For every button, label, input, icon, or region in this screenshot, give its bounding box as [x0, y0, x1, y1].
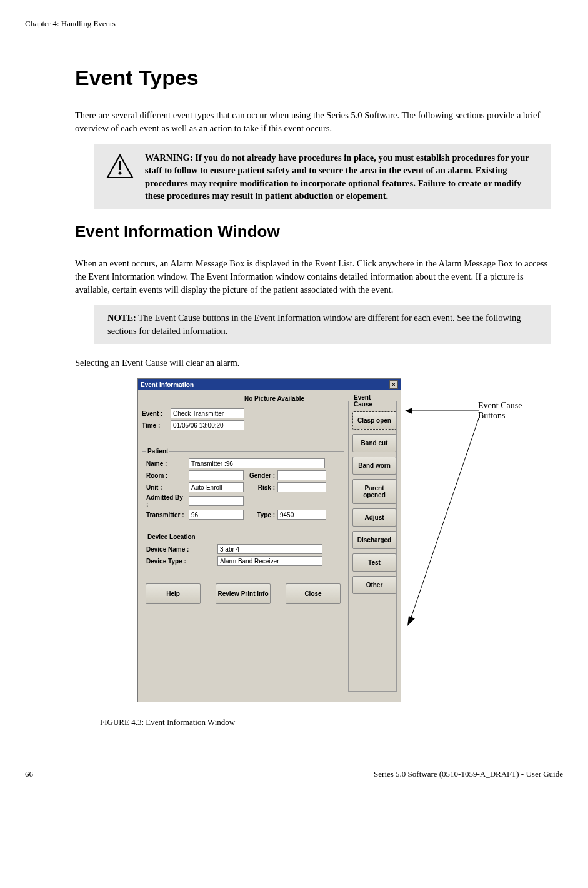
dialog-titlebar: Event Information ×: [138, 379, 401, 390]
chapter-header: Chapter 4: Handling Events: [25, 19, 563, 29]
time-label: Time :: [142, 422, 168, 429]
cause-test-button[interactable]: Test: [352, 553, 396, 572]
transmitter-field: 96: [189, 510, 244, 520]
footer-doc-title: Series 5.0 Software (0510-1059-A_DRAFT) …: [374, 769, 563, 779]
event-cause-legend: Event Cause: [352, 394, 392, 408]
svg-marker-4: [405, 408, 412, 414]
heading-event-info-window: Event Information Window: [75, 222, 551, 241]
risk-field: [277, 482, 326, 492]
event-field: Check Transmitter: [171, 408, 244, 418]
close-icon[interactable]: ×: [389, 380, 398, 389]
help-button[interactable]: Help: [146, 583, 201, 604]
room-label: Room :: [146, 472, 186, 479]
warning-box: WARNING: If you do not already have proc…: [94, 144, 551, 209]
annotation-line1: Event Cause: [478, 401, 522, 410]
name-label: Name :: [146, 460, 186, 467]
cause-band-cut-button[interactable]: Band cut: [352, 434, 396, 452]
event-label: Event :: [142, 410, 168, 417]
paragraph-2: When an event occurs, an Alarm Message B…: [75, 257, 551, 296]
device-name-label: Device Name :: [146, 546, 215, 553]
paragraph-3: Selecting an Event Cause will clear an a…: [75, 356, 551, 370]
transmitter-label: Transmitter :: [146, 512, 186, 518]
close-button[interactable]: Close: [286, 583, 341, 604]
device-type-label: Device Type :: [146, 558, 215, 565]
name-field: Transmitter :96: [189, 458, 325, 468]
cause-band-worn-button[interactable]: Band worn: [352, 457, 396, 475]
note-box: NOTE: The Event Cause buttons in the Eve…: [94, 305, 551, 344]
note-text: The Event Cause buttons in the Event Inf…: [107, 313, 521, 336]
annotation-label: Event Cause Buttons: [478, 401, 522, 421]
risk-label: Risk :: [246, 484, 275, 491]
page-number: 66: [25, 769, 33, 779]
room-field: [189, 470, 244, 480]
type-field: 9450: [277, 510, 326, 520]
device-legend: Device Location: [146, 533, 197, 540]
cause-parent-opened-button[interactable]: Parent opened: [352, 479, 396, 504]
svg-point-2: [119, 172, 122, 175]
svg-marker-6: [407, 616, 415, 626]
event-cause-fieldset: Event Cause Clasp open Band cut Band wor…: [348, 394, 397, 692]
cause-clasp-open-button[interactable]: Clasp open: [352, 411, 396, 430]
time-field: 01/05/06 13:00:20: [171, 420, 244, 430]
warning-icon: [106, 154, 134, 179]
annotation-line2: Buttons: [478, 411, 506, 420]
dialog-title: Event Information: [141, 381, 194, 388]
cause-discharged-button[interactable]: Discharged: [352, 531, 396, 549]
type-label: Type :: [246, 512, 275, 518]
unit-field: Auto-Enroll: [189, 482, 244, 492]
intro-paragraph: There are several different event types …: [75, 109, 551, 135]
svg-rect-1: [119, 161, 121, 170]
figure-caption: FIGURE 4.3: Event Information Window: [100, 717, 551, 727]
patient-fieldset: Patient Name : Transmitter :96 Room : Ge…: [142, 448, 344, 527]
gender-field: [277, 470, 326, 480]
note-label: NOTE:: [107, 313, 136, 323]
warning-text: WARNING: If you do not already have proc…: [145, 151, 538, 202]
svg-line-5: [410, 415, 480, 621]
footer-rule: [25, 765, 563, 765]
device-name-field: 3 abr 4: [217, 544, 322, 554]
review-print-info-button[interactable]: Review Print Info: [216, 583, 271, 604]
admitted-by-field: [189, 496, 244, 506]
cause-adjust-button[interactable]: Adjust: [352, 508, 396, 527]
unit-label: Unit :: [146, 484, 186, 491]
annotation-arrow-bottom: [405, 415, 486, 627]
header-rule: [25, 34, 563, 34]
gender-label: Gender :: [246, 472, 275, 479]
cause-other-button[interactable]: Other: [352, 576, 396, 594]
heading-event-types: Event Types: [75, 66, 551, 90]
patient-legend: Patient: [146, 448, 169, 455]
event-information-dialog: Event Information × No Picture Available…: [137, 378, 401, 702]
admitted-by-label: Admitted By :: [146, 494, 186, 508]
device-type-field: Alarm Band Receiver: [217, 556, 322, 566]
no-picture-label: No Picture Available: [204, 395, 344, 402]
device-location-fieldset: Device Location Device Name : 3 abr 4 De…: [142, 533, 344, 573]
